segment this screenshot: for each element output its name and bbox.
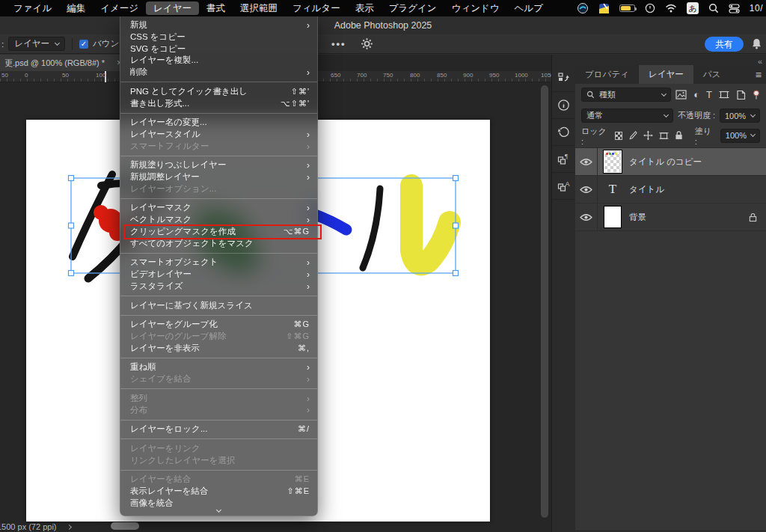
clock-icon[interactable] [645, 3, 655, 13]
ime-input-badge[interactable]: あ [687, 2, 699, 14]
menubar-item[interactable]: 編集 [59, 1, 93, 15]
workspace-gear-icon[interactable] [361, 37, 373, 50]
status-chevron-icon[interactable] [66, 524, 71, 529]
character-panel-icon[interactable]: ¶ [552, 146, 574, 173]
control-center-icon[interactable] [729, 4, 740, 13]
fill-select[interactable]: 100% [720, 129, 760, 143]
menubar-item[interactable]: イメージ [93, 1, 146, 15]
horizontal-scrollbar-thumb[interactable] [111, 522, 139, 530]
visibility-eye-icon[interactable] [580, 213, 592, 221]
layer-visibility-cell[interactable] [575, 148, 598, 175]
menu-item[interactable]: 新規塗りつぶしレイヤー› [120, 159, 317, 171]
text-layer-icon[interactable]: T [604, 182, 622, 197]
layer-thumbnail[interactable] [604, 150, 622, 173]
smart-object-filter-icon[interactable] [736, 90, 746, 100]
panel-menu-icon[interactable]: ≡ [756, 69, 762, 81]
menu-scroll-more[interactable] [120, 509, 317, 514]
menu-item[interactable]: クリッピングマスクを作成⌥⌘G [120, 226, 317, 238]
info-panel-icon[interactable] [552, 92, 574, 119]
autoselect-target-select[interactable]: レイヤー [8, 37, 65, 51]
layer-name[interactable]: 背景 [629, 212, 749, 223]
menu-item[interactable]: スマートオブジェクト› [120, 257, 317, 269]
chevron-down-icon [750, 111, 756, 117]
version-history-panel-icon[interactable] [552, 65, 574, 92]
panel-tab[interactable]: パス [693, 65, 731, 84]
menu-item-label: スマートオブジェクト [130, 257, 307, 269]
filter-kind-select[interactable]: 種類 [581, 88, 671, 102]
menubar-item[interactable]: ファイル [6, 1, 59, 15]
pixel-filter-icon[interactable] [675, 90, 687, 100]
menu-item[interactable]: ビデオレイヤー› [120, 269, 317, 281]
layer-thumbnail[interactable] [604, 206, 622, 228]
lock-paint-icon[interactable] [628, 130, 637, 141]
menubar-item[interactable]: 書式 [199, 1, 233, 15]
layer-visibility-cell[interactable] [575, 176, 598, 203]
layer-row[interactable]: タイトル のコピー [575, 148, 766, 176]
menu-item[interactable]: レイヤーをロック...⌘/ [120, 424, 317, 435]
window-title: Adobe Photoshop 2025 [334, 20, 432, 31]
menu-item[interactable]: レイヤーをグループ化⌘G [120, 319, 317, 331]
menu-item[interactable]: レイヤーを非表示⌘, [120, 343, 317, 355]
menubar-item[interactable]: プラグイン [382, 1, 444, 15]
screen-record-app-icon[interactable] [577, 2, 589, 14]
menu-item[interactable]: CSS をコピー [120, 31, 317, 43]
menu-item[interactable]: レイヤースタイル› [120, 129, 317, 141]
panel-tab[interactable]: レイヤー [639, 65, 693, 84]
menubar-item[interactable]: ヘルプ [507, 1, 551, 15]
layer-visibility-cell[interactable] [575, 204, 598, 230]
menu-item[interactable]: 表示レイヤーを結合⇧⌘E [120, 486, 317, 498]
menubar-clock-text[interactable]: 10/ [750, 3, 763, 13]
menu-item[interactable]: ラスタライズ› [120, 281, 317, 293]
menu-item-shortcut: ⇧⌘' [291, 86, 310, 98]
menubar-item[interactable]: ウィンドウ [444, 1, 507, 15]
layer-name[interactable]: タイトル [629, 184, 766, 195]
menu-item[interactable]: レイヤーに基づく新規スライス [120, 300, 317, 312]
vertical-scrollbar[interactable] [541, 85, 548, 518]
visibility-eye-icon[interactable] [580, 186, 592, 194]
menu-item[interactable]: 重ね順› [120, 361, 317, 373]
menubar-item[interactable]: レイヤー [146, 1, 199, 15]
menu-separator [120, 156, 317, 156]
notification-bell-icon[interactable] [750, 37, 763, 50]
menu-item[interactable]: レイヤー名の変更... [120, 117, 317, 129]
menu-item[interactable]: SVG をコピー [120, 43, 317, 55]
menu-item[interactable]: 削除› [120, 67, 317, 79]
menu-item[interactable]: 新規調整レイヤー› [120, 171, 317, 183]
lock-position-icon[interactable] [643, 130, 653, 141]
layer-lock-icon [749, 213, 757, 222]
menu-item[interactable]: レイヤーマスク› [120, 202, 317, 214]
lock-artboard-icon[interactable] [659, 131, 669, 141]
type-filter-icon[interactable]: T [706, 89, 712, 100]
menubar-item[interactable]: 表示 [348, 1, 382, 15]
history-panel-icon[interactable] [552, 119, 574, 146]
menu-item[interactable]: レイヤーを複製... [120, 55, 317, 67]
bounding-box-checkbox[interactable]: ✓ [79, 40, 88, 49]
search-icon[interactable] [708, 3, 719, 13]
visibility-eye-icon[interactable] [580, 158, 592, 166]
menu-item[interactable]: 書き出し形式...⌥⇧⌘' [120, 98, 317, 110]
layer-row[interactable]: 背景 [575, 204, 766, 231]
share-button[interactable]: 共有 [705, 37, 744, 52]
menu-item[interactable]: 新規› [120, 19, 317, 31]
lock-transparency-icon[interactable] [615, 132, 622, 140]
shape-filter-icon[interactable] [719, 90, 729, 100]
glyphs-panel-icon[interactable]: A [552, 173, 574, 200]
panel-tab[interactable]: プロパティ [575, 65, 639, 84]
battery-icon [619, 4, 635, 12]
filter-pin-icon[interactable] [753, 90, 760, 100]
more-options-button[interactable]: ••• [331, 38, 346, 49]
menu-item[interactable]: ベクトルマスク› [120, 214, 317, 226]
menubar-item[interactable]: 選択範囲 [233, 1, 285, 15]
menu-item[interactable]: PNG としてクイック書き出し⇧⌘' [120, 86, 317, 98]
layer-name[interactable]: タイトル のコピー [629, 156, 766, 168]
wifi-icon[interactable] [665, 4, 677, 13]
paint-app-icon[interactable] [598, 3, 610, 14]
lock-all-icon[interactable] [675, 130, 683, 141]
adjustment-filter-icon[interactable]: ◐ [693, 89, 699, 100]
opacity-select[interactable]: 100% [720, 108, 760, 123]
layer-row[interactable]: Tタイトル [575, 176, 766, 204]
document-tab[interactable]: 更.psd @ 100% (RGB/8#) * × [0, 55, 127, 71]
menu-item[interactable]: すべてのオブジェクトをマスク [120, 238, 317, 250]
blend-mode-select[interactable]: 通常 [581, 108, 673, 123]
menubar-item[interactable]: フィルター [285, 1, 348, 15]
